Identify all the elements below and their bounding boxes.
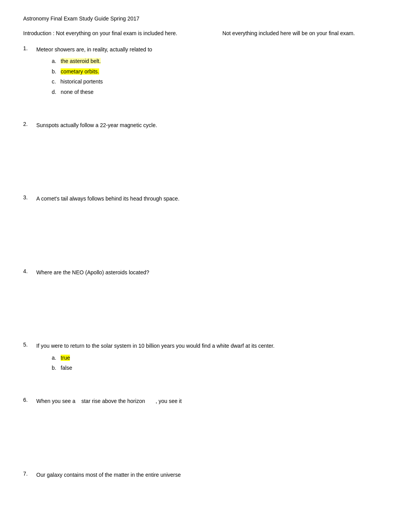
question-1: 1. Meteor showers are, in reality, actua… xyxy=(23,45,387,98)
q2-number: 2. xyxy=(23,121,35,133)
q5-answer-b: b. false xyxy=(52,364,387,372)
q5-text: If you were to return to the solar syste… xyxy=(36,342,387,350)
q1-b-highlight: cometary orbits. xyxy=(61,68,99,75)
q5-number: 5. xyxy=(23,342,35,374)
q4-row: 4. Where are the NEO (Apollo) asteroids … xyxy=(23,268,387,280)
question-2: 2. Sunspots actually follow a 22-year ma… xyxy=(23,121,387,171)
q1-row: 1. Meteor showers are, in reality, actua… xyxy=(23,45,387,98)
q1-answer-d: d. none of these xyxy=(52,88,387,96)
q7-row: 7. Our galaxy contains most of the matte… xyxy=(23,471,387,482)
q7-content: Our galaxy contains most of the matter i… xyxy=(36,471,387,482)
q6-content: When you see a star rise above the horiz… xyxy=(36,397,387,408)
q3-number: 3. xyxy=(23,194,35,206)
q6-text: When you see a star rise above the horiz… xyxy=(36,397,387,405)
question-list: 1. Meteor showers are, in reality, actua… xyxy=(23,45,387,532)
q4-number: 4. xyxy=(23,268,35,280)
question-5: 5. If you were to return to the solar sy… xyxy=(23,342,387,374)
q1-answers: a. the asteroid belt. b. cometary orbits… xyxy=(36,57,387,96)
question-3: 3. A comet's tail always follows behind … xyxy=(23,194,387,245)
q2-content: Sunspots actually follow a 22-year magne… xyxy=(36,121,387,133)
q5-row: 5. If you were to return to the solar sy… xyxy=(23,342,387,374)
q5-answer-a: a. true xyxy=(52,354,387,362)
question-7: 7. Our galaxy contains most of the matte… xyxy=(23,471,387,521)
q1-answer-c: c. historical portents xyxy=(52,77,387,86)
q7-number: 7. xyxy=(23,471,35,482)
question-6: 6. When you see a star rise above the ho… xyxy=(23,397,387,447)
question-4: 4. Where are the NEO (Apollo) asteroids … xyxy=(23,268,387,318)
q7-text: Our galaxy contains most of the matter i… xyxy=(36,471,387,479)
q1-c-text: historical portents xyxy=(61,78,103,85)
intro-section: Introduction : Not everything on your fi… xyxy=(23,29,387,37)
q4-content: Where are the NEO (Apollo) asteroids loc… xyxy=(36,268,387,280)
q1-text: Meteor showers are, in reality, actually… xyxy=(36,45,387,54)
q3-row: 3. A comet's tail always follows behind … xyxy=(23,194,387,206)
q4-text: Where are the NEO (Apollo) asteroids loc… xyxy=(36,268,387,277)
q2-text: Sunspots actually follow a 22-year magne… xyxy=(36,121,387,129)
page-title: Astronomy Final Exam Study Guide Spring … xyxy=(23,15,387,22)
intro-text2: Not everything included here will be on … xyxy=(222,30,355,36)
q1-d-text: none of these xyxy=(61,89,93,95)
q3-content: A comet's tail always follows behind its… xyxy=(36,194,387,206)
q3-text: A comet's tail always follows behind its… xyxy=(36,194,387,203)
q5-content: If you were to return to the solar syste… xyxy=(36,342,387,374)
q2-row: 2. Sunspots actually follow a 22-year ma… xyxy=(23,121,387,133)
q1-content: Meteor showers are, in reality, actually… xyxy=(36,45,387,98)
q5-b-text: false xyxy=(61,365,72,371)
intro-text1: Introduction : Not everything on your fi… xyxy=(23,30,177,36)
q6-number: 6. xyxy=(23,397,35,408)
q6-row: 6. When you see a star rise above the ho… xyxy=(23,397,387,408)
q5-answers: a. true b. false xyxy=(36,354,387,372)
q5-a-highlight: true xyxy=(61,355,70,361)
q1-answer-a: a. the asteroid belt. xyxy=(52,57,387,65)
q1-number: 1. xyxy=(23,45,35,98)
q1-answer-b: b. cometary orbits. xyxy=(52,67,387,76)
q1-a-highlight: the asteroid belt. xyxy=(61,58,101,64)
